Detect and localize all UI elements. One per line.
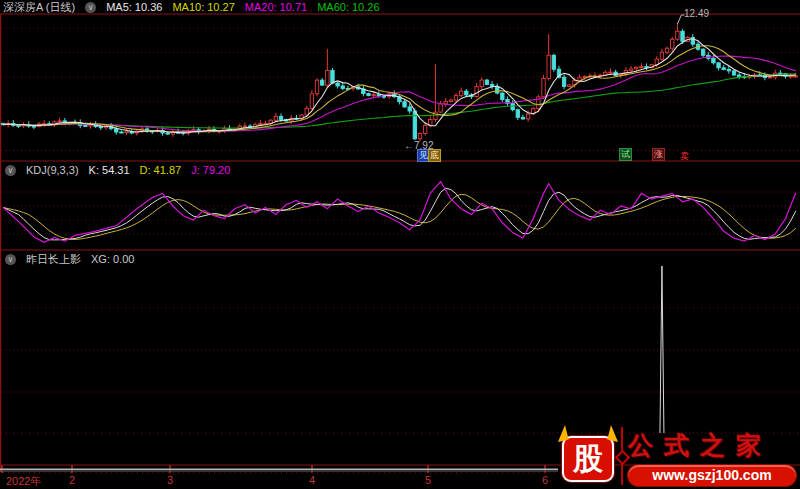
ma60-label: MA60: 10.26 [317, 1, 379, 13]
gszj-watermark-logo[interactable]: 股 公式之家 www.gszj100.com [556, 424, 800, 489]
ma5-label: MA5: 10.36 [106, 1, 162, 13]
high-price-annotation: 12.49 [684, 8, 709, 19]
bull-logo-icon: 股 [564, 438, 612, 480]
d-value: D: 41.87 [140, 164, 182, 176]
xg-value: XG: 0.00 [91, 253, 134, 265]
kdj-title: KDJ(9,3,3) [26, 164, 79, 176]
axis-label: 2 [69, 474, 75, 486]
axis-label: 5 [425, 474, 431, 486]
kdj-lines [3, 182, 796, 243]
stock-title: 深深房A (日线) [3, 0, 75, 15]
chevron-down-icon[interactable] [5, 165, 16, 176]
axis-label: 6 [542, 474, 548, 486]
gridlines [1, 28, 800, 433]
diamond-icon [615, 450, 631, 466]
chevron-down-icon[interactable] [85, 2, 96, 13]
k-value: K: 54.31 [89, 164, 130, 176]
signal-marker-icon: 底 [428, 149, 441, 162]
candlestick-layer[interactable] [1, 23, 797, 141]
signal-marker-icon: 试 [619, 148, 632, 161]
chart-canvas[interactable] [0, 0, 800, 489]
panel-borders [0, 14, 800, 472]
signal-spike [660, 15, 684, 433]
signal-marker-icon: 涨 [652, 148, 665, 161]
logo-site-url[interactable]: www.gszj100.com [628, 465, 796, 486]
axis-label: 3 [167, 474, 173, 486]
main-chart-header: 深深房A (日线) MA5: 10.36 MA10: 10.27 MA20: 1… [3, 0, 390, 14]
signal-panel-header: 昨日长上影 XG: 0.00 [5, 252, 144, 266]
stock-app-window: 深深房A (日线) MA5: 10.36 MA10: 10.27 MA20: 1… [0, 0, 800, 489]
chevron-down-icon[interactable] [5, 254, 16, 265]
ma10-label: MA10: 10.27 [172, 1, 234, 13]
axis-label: 4 [309, 474, 315, 486]
scrollbar[interactable] [0, 469, 558, 472]
logo-divider [616, 424, 628, 489]
ma20-label: MA20: 10.71 [245, 1, 307, 13]
logo-stock-char: 股 [573, 441, 603, 476]
signal-marker-icon: 卖 [679, 151, 690, 162]
bull-horn-left-icon [554, 425, 568, 442]
logo-site-name: 公式之家 [628, 429, 796, 462]
kdj-header: KDJ(9,3,3) K: 54.31 D: 41.87 J: 79.20 [5, 163, 240, 177]
j-value: J: 79.20 [191, 164, 230, 176]
indicator-title: 昨日长上影 [26, 252, 81, 267]
axis-label: 2022年 [6, 474, 41, 489]
